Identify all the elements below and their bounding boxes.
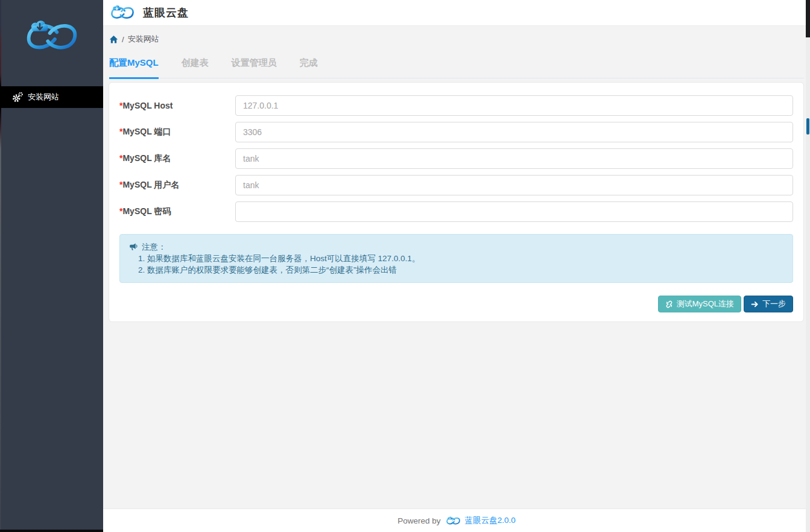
- scrollbar-thumb[interactable]: [806, 118, 809, 135]
- form-row-mysql-host: *MySQL Host: [119, 95, 793, 116]
- notice-title-row: 注意：: [129, 241, 783, 253]
- form-row-mysql-port: *MySQL 端口: [119, 122, 793, 142]
- form-row-mysql-dbname: *MySQL 库名: [119, 148, 793, 169]
- next-step-button[interactable]: 下一步: [744, 296, 793, 312]
- app-logo-small: [109, 5, 136, 21]
- sidebar: 安装网站: [0, 0, 103, 532]
- next-button-label: 下一步: [762, 299, 786, 309]
- form-row-mysql-password: *MySQL 密码: [119, 201, 793, 222]
- page-title: 蓝眼云盘: [143, 5, 189, 20]
- mysql-host-input[interactable]: [235, 95, 793, 116]
- scrollbar-top-segment: [806, 0, 810, 37]
- notice-list: 如果数据库和蓝眼云盘安装在同一台服务器，Host可以直接填写 127.0.0.1…: [129, 253, 783, 276]
- breadcrumb: / 安装网站: [109, 34, 159, 45]
- powered-by-text: Powered by: [397, 516, 440, 525]
- sidebar-item-label: 安装网站: [28, 92, 59, 103]
- tab-set-admin[interactable]: 设置管理员: [232, 55, 277, 78]
- scrollbar-track[interactable]: [806, 0, 810, 532]
- mysql-dbname-input[interactable]: [235, 148, 793, 169]
- mysql-password-input[interactable]: [235, 201, 793, 222]
- test-button-label: 测试MySQL连接: [677, 299, 734, 309]
- notice-title: 注意：: [142, 241, 166, 253]
- version-link[interactable]: 蓝眼云盘2.0.0: [465, 515, 516, 526]
- app-logo-footer: [445, 516, 461, 525]
- header: 蓝眼云盘: [103, 0, 810, 26]
- breadcrumb-current: 安装网站: [128, 34, 159, 45]
- wizard-tabs: 配置MySQL 创建表 设置管理员 完成: [109, 55, 804, 78]
- breadcrumb-separator: /: [122, 35, 124, 44]
- mysql-dbname-label: *MySQL 库名: [119, 153, 235, 164]
- home-icon[interactable]: [109, 35, 118, 44]
- cogs-icon: [12, 92, 23, 103]
- main-area: 蓝眼云盘 / 安装网站 配置MySQL 创建表 设置管理员 完成 *MySQL …: [103, 0, 810, 532]
- mysql-password-label: *MySQL 密码: [119, 206, 235, 217]
- mysql-port-label: *MySQL 端口: [119, 127, 235, 138]
- mysql-username-input[interactable]: [235, 175, 793, 195]
- tab-finish[interactable]: 完成: [300, 55, 318, 78]
- test-mysql-connection-button[interactable]: 测试MySQL连接: [658, 296, 741, 312]
- mysql-host-label: *MySQL Host: [119, 101, 235, 110]
- tab-create-tables[interactable]: 创建表: [182, 55, 209, 78]
- footer: Powered by 蓝眼云盘2.0.0: [103, 508, 810, 532]
- tab-configure-mysql[interactable]: 配置MySQL: [109, 55, 159, 78]
- sidebar-bottom-strip: [0, 530, 103, 532]
- background-image-edge: [0, 0, 1, 532]
- actions-row: 测试MySQL连接 下一步: [119, 296, 793, 312]
- notice-item: 数据库账户的权限要求要能够创建表，否则第二步“创建表”操作会出错: [147, 264, 783, 276]
- chain-broken-icon: [665, 300, 673, 308]
- notice-item: 如果数据库和蓝眼云盘安装在同一台服务器，Host可以直接填写 127.0.0.1…: [147, 253, 783, 264]
- mysql-username-label: *MySQL 用户名: [119, 180, 235, 191]
- bullhorn-icon: [129, 242, 138, 252]
- form-row-mysql-username: *MySQL 用户名: [119, 175, 793, 195]
- mysql-config-panel: *MySQL Host *MySQL 端口 *MySQL 库名 *MySQL 用…: [109, 82, 804, 322]
- app-logo: [22, 20, 82, 52]
- arrow-right-icon: [751, 300, 759, 308]
- notice-alert: 注意： 如果数据库和蓝眼云盘安装在同一台服务器，Host可以直接填写 127.0…: [119, 234, 793, 283]
- sidebar-item-install-site[interactable]: 安装网站: [0, 86, 103, 108]
- mysql-port-input[interactable]: [235, 122, 793, 142]
